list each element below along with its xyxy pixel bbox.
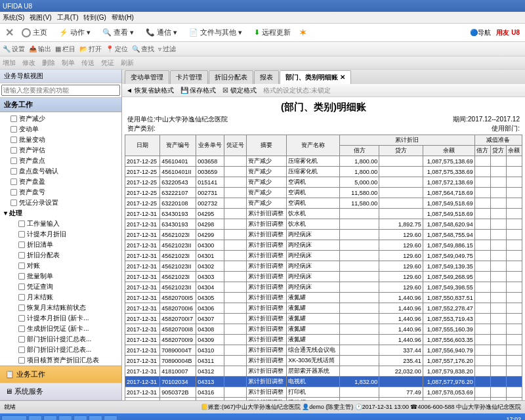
table-row[interactable]: 2017-12-3170890004T04310累计折旧调整综合通无线会议电33… [125,345,522,356]
taskbar-app[interactable]: 📊 [58,415,72,420]
table-row[interactable]: 2017-12-3145820700I704307累计折旧调整液氮罐1,440.… [125,314,522,324]
table-row[interactable]: 2017-12-3170890004B04311累计折旧调整XK-3036无线话… [125,356,522,366]
column-btn[interactable]: ▦栏目 [55,45,75,54]
menu-help[interactable]: 帮助(H) [112,13,134,22]
tab-change[interactable]: 变动单管理 [125,70,169,84]
close-icon[interactable]: ✕ [5,26,14,39]
table-row[interactable]: 2017-12-316343019304298累计折旧调整饮水机1,892.75… [125,219,522,230]
table-row[interactable]: 2017-12-3145820700I804308累计折旧调整液氮罐1,440.… [125,324,522,335]
col-biz[interactable]: 业务单号 [196,135,224,156]
table-row[interactable]: 2017-12-2563220108002732资产减少空调机11,580.00… [125,198,522,209]
table-row[interactable]: 2017-12-316343019304295累计折旧调整饮水机1,087,54… [125,209,522,219]
table-row[interactable]: 2017-12-319050472T04320累计折旧调整活动柜3.161,08… [125,398,522,401]
table-row[interactable]: 2017-12-2545610401II003659资产减少压缩雾化机1,800… [125,167,522,177]
search-input[interactable] [1,85,120,96]
settings-btn[interactable]: 🔧设置 [3,45,25,54]
table-row[interactable]: 2017-12-3145621023I04299累计折旧调整两经病床129.60… [125,230,522,240]
copy-btn[interactable]: 制单 [62,58,75,68]
tree-item[interactable]: 对账 [1,261,120,271]
table-row[interactable]: 2017-12-3145621023II04300累计折旧调整两经病床129.6… [125,240,522,251]
tree-item[interactable]: 计提本月折旧 (新卡... [1,313,120,324]
comm-button[interactable]: 📞通信▾ [142,26,181,39]
tree-item[interactable]: 部门折旧计提汇总表... [1,345,120,355]
menu-tool[interactable]: 工具(T) [57,13,79,22]
table-row[interactable]: 2017-12-3145621023II04302累计折旧调整两经病床129.6… [125,261,522,272]
taskbar-app[interactable]: 🌐 [43,415,57,420]
taskbar-app[interactable]: 📄 [74,415,87,420]
files-button[interactable]: 📄文件与其他▾ [185,26,246,39]
action-button[interactable]: ⚡动作▾ [55,26,94,39]
start-button[interactable]: 🪟开始 [1,415,27,420]
restore-format-btn[interactable]: ◄ 恢复省缺格式 [126,86,174,95]
filter-btn[interactable]: ▿过滤 [158,45,176,54]
tree-item[interactable]: 项目核算资产折旧汇总表 [1,355,120,366]
taskbar-app[interactable]: 🔵 [89,415,102,420]
tree-item[interactable]: 恢复月末结账前状态 [1,303,120,313]
col-code[interactable]: 资产编号 [160,135,196,156]
col-impair[interactable]: 减值准备 [474,135,522,146]
col-vch[interactable]: 凭证号 [224,135,246,156]
tree-item[interactable]: 批量制单 [1,271,120,282]
tree-item[interactable]: 折旧清单 [1,240,120,250]
output-btn[interactable]: 📤输出 [29,45,51,54]
col-summary[interactable]: 摘要 [246,135,287,156]
nav-button[interactable]: 🔵导航 [470,28,491,37]
star-icon[interactable]: ✶ [299,26,307,39]
menu-view[interactable]: 视图(V) [30,13,51,22]
find-btn[interactable]: 🔍查找 [132,45,154,54]
col-date[interactable]: 日期 [125,135,160,156]
menu-goto[interactable]: 转到(G) [83,13,106,22]
view-button[interactable]: 🔍查看▾ [98,26,138,39]
tree-item[interactable]: 批量变动 [1,135,120,145]
table-row[interactable]: 2017-12-3145621023I04303累计折旧调整两经病床129.60… [125,272,522,282]
save-format-btn[interactable]: 💾 保存格式 [180,86,217,95]
tree-item[interactable]: 部门折旧计提汇总表... [1,334,120,345]
position-btn[interactable]: 📍定位 [106,45,128,54]
table-row[interactable]: 2017-12-3145820700I604306累计折旧调整液氮罐1,440.… [125,303,522,314]
tree-category[interactable]: ▾ 处理 [1,208,120,219]
tree-item[interactable]: 凭证分录设置 [1,198,120,208]
tree-item[interactable]: 盘点盘号确认 [1,166,120,177]
tree-item[interactable]: 工作量输入 [1,219,120,229]
tree-item[interactable]: 资产评估 [1,145,120,156]
tab-report[interactable]: 报表 [254,70,279,84]
table-row[interactable]: 2017-12-3145820700I504305累计折旧调整液氮罐1,440.… [125,293,522,303]
tree-item[interactable]: 计提本月折旧 [1,229,120,240]
col-name[interactable]: 资产名称 [287,135,339,156]
tree-item[interactable]: 月末结账 [1,292,120,303]
table-row[interactable]: 2017-12-3145621023II04304累计折旧调整两经病床129.6… [125,282,522,293]
del-btn[interactable]: 删除 [42,58,55,68]
table-row[interactable]: 2017-12-317010203404313累计折旧调整电视机1,832.00… [125,377,522,387]
taskbar-app[interactable]: 📝 [104,415,117,420]
voucher-btn[interactable]: 凭证 [101,58,114,68]
sidebar-section[interactable]: 🖥 系统服务 [0,383,121,400]
open-btn[interactable]: 📂打开 [79,45,102,54]
tree-item[interactable]: 生成折旧凭证 (新卡... [1,324,120,334]
taskbar-clock[interactable]: 17:022018-01-05 [491,416,524,420]
refresh-btn[interactable]: 刷新 [121,58,134,68]
table-row[interactable]: 2017-12-2563222107002731资产减少空调机11,580.00… [125,188,522,198]
tree-item[interactable]: 资产盘亏 [1,187,120,198]
lock-format-btn[interactable]: ☒ 锁定格式 [222,86,257,95]
home-button[interactable]: 主页 [18,26,51,39]
tab-detail[interactable]: 部门、类别明细账 ✕ [280,70,351,84]
tree-item[interactable]: 变动单 [1,124,120,135]
col-accum[interactable]: 累计折旧 [339,135,474,146]
tree-item[interactable]: 资产减少 [1,114,120,124]
update-button[interactable]: ⬇远程更新 [250,26,295,39]
sidebar-section[interactable]: 📋 业务工作 [0,366,121,383]
tree-item[interactable]: 资产盘盈 [1,177,120,187]
add-btn[interactable]: 增加 [3,58,16,68]
table-row[interactable]: 2017-12-319050372B04316累计折旧调整打印机77.491,0… [125,387,522,398]
table-row[interactable]: 2017-12-2545610401003658资产减少压缩雾化机1,800.0… [125,156,522,167]
tree-item[interactable]: 折旧分配表 [1,250,120,261]
mod-btn[interactable]: 修改 [22,58,35,68]
table-row[interactable]: 2017-12-314181000704312累计折旧调整层部索开器系统22,0… [125,366,522,377]
table-row[interactable]: 2017-12-3145820700I904309累计折旧调整液氮罐1,440.… [125,335,522,345]
table-row[interactable]: 2017-12-2563220543015141资产减少空调机5,000.001… [125,177,522,188]
tab-close-icon[interactable]: ✕ [340,74,345,81]
tab-deprec[interactable]: 折旧分配表 [209,70,253,84]
tab-card[interactable]: 卡片管理 [170,70,208,84]
trans-btn[interactable]: 传送 [81,58,94,68]
table-row[interactable]: 2017-12-3145621023I04301累计折旧调整两经病床129.60… [125,251,522,261]
